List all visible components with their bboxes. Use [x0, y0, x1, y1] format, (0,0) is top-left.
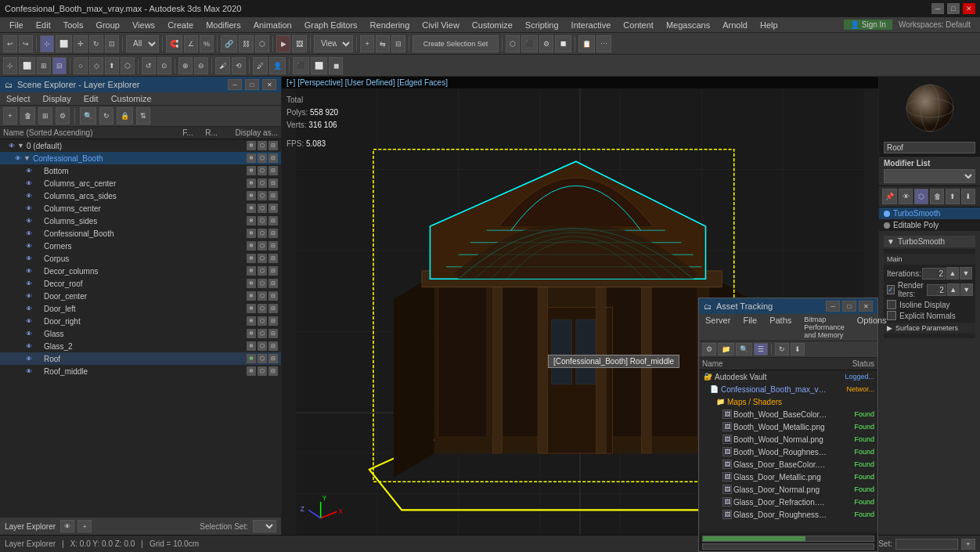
se-row-confessional[interactable]: 👁 ▼ Confessional_Booth ❄ ⬡ ⊟ [0, 152, 281, 164]
se-row-corners[interactable]: 👁 Corners ❄⬡⊟ [0, 240, 281, 252]
extrude-btn[interactable]: ⬆ [105, 57, 119, 74]
unlink-btn[interactable]: ⛓ [239, 35, 254, 52]
menu-interactive[interactable]: Interactive [565, 19, 618, 31]
se-footer-btn2[interactable]: + [77, 520, 92, 532]
se-selection-set-dropdown[interactable] [253, 520, 276, 532]
se-eye-dri[interactable]: 👁 [23, 316, 34, 327]
ap-row-autodesk-vault[interactable]: 🔐 Autodesk Vault Logged... [699, 370, 877, 383]
se-close-btn[interactable]: ✕ [262, 79, 276, 90]
render-btn[interactable]: ▶ [276, 35, 290, 52]
se-eye-cor[interactable]: 👁 [23, 240, 34, 251]
se-eye-corp[interactable]: 👁 [23, 253, 34, 264]
main-section-header[interactable]: Main [884, 254, 975, 265]
se-eye-icon-confessional[interactable]: 👁 [13, 153, 23, 164]
all-dropdown[interactable]: All [126, 35, 159, 52]
layer-mgr-btn[interactable]: 📋 [578, 35, 595, 52]
se-sort-btn[interactable]: ⇅ [136, 107, 150, 124]
ap-tb-btn3[interactable]: 🔍 [736, 343, 752, 355]
ap-menu-file[interactable]: File [737, 314, 763, 341]
angle-snap-btn[interactable]: ∠ [184, 35, 198, 52]
se-row-door-right[interactable]: 👁 Door_right ❄⬡⊟ [0, 315, 281, 327]
snap-btn[interactable]: 🧲 [166, 35, 182, 52]
se-eye-roof-mid[interactable]: 👁 [23, 366, 34, 377]
menu-create[interactable]: Create [161, 19, 200, 31]
se-expand-default[interactable]: ▼ [17, 142, 25, 150]
se-row-cols-arc-center[interactable]: 👁 Columns_arc_center ❄⬡⊟ [0, 177, 281, 189]
se-eye-dr[interactable]: 👁 [23, 278, 34, 289]
se-row-glass2[interactable]: 👁 Glass_2 ❄⬡⊟ [0, 340, 281, 352]
extra-btn3[interactable]: ◼ [329, 57, 343, 74]
se-eye-glass2[interactable]: 👁 [23, 341, 34, 352]
bridge-btn[interactable]: ⬡ [121, 57, 135, 74]
se-eye-cas[interactable]: 👁 [23, 190, 34, 201]
se-restore-btn[interactable]: □ [245, 79, 259, 90]
se-row-cols-center[interactable]: 👁 Columns_center ❄⬡⊟ [0, 202, 281, 215]
se-row-roof[interactable]: 👁 Roof ❄ ⬡ ⊟ [0, 352, 281, 365]
mod-type-btn[interactable]: ⬡ [914, 189, 928, 204]
ap-row-glass-door-normal[interactable]: 🖼 Glass_Door_Normal.png Found [699, 483, 877, 496]
crossing-btn[interactable]: ⊞ [37, 57, 51, 74]
named-selection-btn[interactable]: + [360, 35, 374, 52]
obj-paint-btn[interactable]: 🖊 [253, 57, 268, 74]
se-row-door-center[interactable]: 👁 Door_center ❄⬡⊟ [0, 290, 281, 302]
se-row-cols-sides[interactable]: 👁 Columns_sides ❄⬡⊟ [0, 215, 281, 227]
menu-tools[interactable]: Tools [57, 19, 90, 31]
se-row-confbooth2[interactable]: 👁 Confessional_Booth ❄⬡⊟ [0, 227, 281, 240]
ap-row-maps-shaders[interactable]: 📁 Maps / Shaders [699, 395, 877, 408]
extra-btn2[interactable]: ⬜ [311, 57, 327, 74]
se-menu-select[interactable]: Select [0, 92, 37, 105]
menu-rendering[interactable]: Rendering [364, 19, 416, 31]
menu-arnold[interactable]: Arnold [716, 19, 754, 31]
menu-customize[interactable]: Customize [466, 19, 519, 31]
se-eye-dce[interactable]: 👁 [23, 290, 34, 301]
ap-row-glass-door-refraction[interactable]: 🖼 Glass_Door_Refraction.png Found [699, 496, 877, 508]
menu-modifiers[interactable]: Modifiers [200, 19, 247, 31]
undo-button[interactable]: ↩ [3, 35, 17, 52]
status-add-set-btn[interactable]: + [961, 539, 975, 550]
mod-delete-btn[interactable]: 🗑 [930, 189, 944, 204]
menu-scripting[interactable]: Scripting [519, 19, 565, 31]
se-select-all-btn[interactable]: ⊞ [38, 107, 52, 124]
mod-movedown-btn[interactable]: ⬇ [961, 189, 975, 204]
populate-btn[interactable]: 👤 [269, 57, 286, 74]
select-region-button[interactable]: ⬜ [56, 35, 72, 52]
se-eye-cc[interactable]: 👁 [23, 203, 34, 214]
iterations-down[interactable]: ▼ [960, 267, 972, 280]
sign-in-button[interactable]: 👤 Sign In [844, 20, 892, 30]
bind-btn[interactable]: ⬡ [255, 35, 269, 52]
se-eye-cac[interactable]: 👁 [23, 178, 34, 189]
menu-content[interactable]: Content [617, 19, 660, 31]
se-row-glass[interactable]: 👁 Glass ❄⬡⊟ [0, 327, 281, 340]
se-row-cols-arcs-sides[interactable]: 👁 Columns_arcs_sides ❄⬡⊟ [0, 189, 281, 202]
window-btn[interactable]: ⬜ [19, 57, 35, 74]
ap-row-confessional-file[interactable]: 📄 Confessional_Booth_max_vray.max Networ… [699, 383, 877, 395]
se-row-bottom[interactable]: 👁 Bottom ❄ ⬡ ⊟ [0, 164, 281, 177]
swift-loop-btn[interactable]: ⟲ [232, 57, 246, 74]
turbosmooth-section-header[interactable]: ▼ TurboSmooth [884, 236, 975, 247]
se-eye-glass[interactable]: 👁 [23, 328, 34, 339]
se-menu-edit[interactable]: Edit [77, 92, 105, 105]
close-button[interactable]: ✕ [963, 3, 975, 14]
ap-menu-bitmap[interactable]: Bitmap Performance and Memory [798, 314, 851, 341]
loop-btn[interactable]: ↺ [142, 57, 156, 74]
ap-restore-btn[interactable]: □ [842, 301, 856, 312]
ap-row-glass-door-metallic[interactable]: 🖼 Glass_Door_Metallic.png Found [699, 471, 877, 483]
ap-close-btn[interactable]: ✕ [859, 301, 873, 312]
render-iters-down[interactable]: ▼ [960, 283, 973, 296]
se-row-decor-roof[interactable]: 👁 Decor_roof ❄⬡⊟ [0, 277, 281, 290]
iterations-input[interactable]: 2 [922, 268, 946, 280]
ap-menu-paths[interactable]: Paths [763, 314, 798, 341]
mod-show-btn[interactable]: 👁 [899, 189, 913, 204]
chamfer-btn[interactable]: ◇ [89, 57, 103, 74]
more-btn[interactable]: ⋯ [596, 35, 611, 52]
se-eye-dl[interactable]: 👁 [23, 303, 34, 314]
active-view-btn[interactable]: 🔲 [555, 35, 571, 52]
ap-row-booth-wood-roughness[interactable]: 🖼 Booth_Wood_Roughness.png Found [699, 446, 877, 458]
edge-faces-btn[interactable]: ⊟ [52, 57, 67, 74]
ap-tb-btn6[interactable]: ⬇ [791, 343, 805, 355]
menu-civil-view[interactable]: Civil View [416, 19, 465, 31]
se-row-default[interactable]: 👁 ▼ 0 (default) ❄ ⬡ ⊟ [0, 139, 281, 152]
modifier-dropdown[interactable] [884, 169, 975, 183]
ap-row-glass-door-roughness[interactable]: 🖼 Glass_Door_Roughness.png Found [699, 508, 877, 521]
ap-tb-btn1[interactable]: ⚙ [702, 343, 716, 355]
